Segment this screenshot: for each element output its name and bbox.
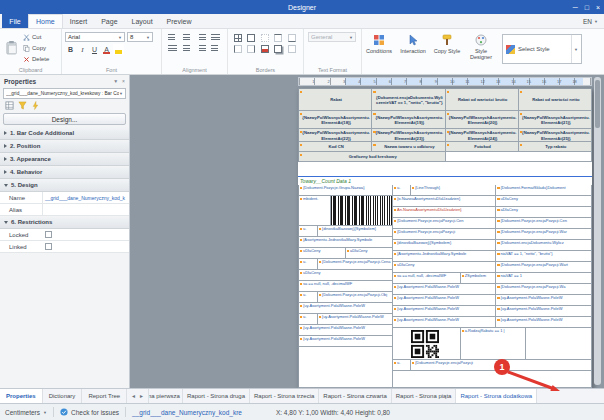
maximize-icon[interactable]: □ (585, 4, 589, 11)
report-cell[interactable]: u. (299, 314, 318, 325)
page-tab[interactable]: Raport - Strona piąta (392, 389, 457, 403)
property-value[interactable]: __grid___dane_Numeryczny_kod_k (42, 192, 129, 203)
close-icon[interactable]: × (596, 4, 600, 11)
report-cell[interactable]: {Dokument.Pozycje.encjaPozycji.Cen (393, 218, 496, 229)
report-cell[interactable]: Graficzny kod kreskowy (299, 152, 446, 162)
font-size-select[interactable]: 8▼ (127, 32, 153, 42)
report-cell[interactable]: Kod CN (299, 142, 372, 152)
report-cell[interactable]: {uy.Asortyment.PolaWlasne.PoleW (496, 317, 592, 328)
page-tab[interactable]: Raport - Strona czwarta (319, 389, 391, 403)
interaction-button[interactable]: Interaction (396, 32, 430, 54)
page-tab[interactable]: Raport - Strona druga (183, 389, 250, 403)
border-style-icon[interactable] (288, 45, 296, 53)
qrcode-component[interactable] (393, 328, 461, 360)
align-justify-icon[interactable] (211, 34, 220, 42)
report-cell[interactable]: {uy.Asortyment.PolaWlasne.PoleW (393, 306, 496, 317)
report-cell[interactable]: {Dokument.Pozycje.encjaPozycji (393, 229, 496, 240)
report-cell[interactable]: {uy.Asortyment.PolaWlasne.PoleW (299, 336, 393, 347)
close-icon[interactable]: × (122, 78, 125, 84)
report-cell[interactable]: {Dokument.encjaDokumentu.WyliczenieVAT =… (372, 89, 445, 111)
report-cell[interactable]: uDlaCeny (496, 196, 592, 207)
band-title[interactable]: Towary__Count Data 1 (300, 178, 351, 184)
border-bottom-icon[interactable] (288, 34, 296, 42)
report-cell[interactable]: {dinostkaBazowej}{Symbolem} (318, 226, 393, 237)
dock-tab-properties[interactable]: Properties (0, 389, 43, 403)
report-cell[interactable]: {o.NazwaAsortymentuDlaUzadzien} (393, 196, 496, 207)
report-cell[interactable]: {NazwyPolWlasnychAsortymentu.ElementAt(2… (446, 111, 519, 129)
report-cell[interactable]: Rabat (299, 89, 372, 111)
report-cell[interactable]: {NazwyPolWlasnychAsortymentu.ElementAt(1… (372, 111, 445, 129)
text-angle-icon[interactable] (211, 45, 220, 53)
report-cell[interactable]: {NazwyPolWlasnychAsortymentu.ElementAt(2… (519, 111, 592, 129)
page-tab[interactable]: Raport - Strona trzecia (250, 389, 319, 403)
report-cell[interactable]: {uy.Asortyment.PolaWlasne.PoleW (393, 317, 496, 328)
report-cell[interactable]: {uy.Asortyment.PolaWlasne.PoleW (299, 303, 393, 314)
report-cell[interactable] (393, 371, 592, 388)
property-section-header[interactable]: 2. Position (0, 140, 129, 153)
report-cell[interactable]: {dinostkaBazowej}{Symbolem} (393, 240, 496, 251)
report-cell[interactable]: {LineThrough} (411, 185, 497, 196)
report-cell[interactable]: u. (299, 292, 318, 303)
copy-style-button[interactable]: Copy Style (430, 32, 464, 54)
page-tab[interactable]: Raport - Strona pierwsza (149, 389, 183, 403)
vertical-scrollbar[interactable] (594, 77, 601, 385)
report-cell[interactable]: {NazwyPolWlasnychAsortymentu.ElementAt(2… (519, 129, 592, 142)
report-cell[interactable]: u. (299, 259, 318, 270)
delete-button[interactable]: Delete (22, 54, 50, 64)
report-cell[interactable]: {Asortymentu.JednostkaMiary.Symbole (299, 237, 393, 248)
align-left-icon[interactable] (168, 34, 177, 42)
scroll-tabs-left-icon[interactable]: ◄ (131, 393, 136, 399)
report-cell[interactable]: uDlaCeny (299, 248, 346, 259)
file-menu-button[interactable]: File (2, 14, 28, 28)
report-cell[interactable]: {uy.Asortyment.PolaWlasne.PoleW (496, 306, 592, 317)
page-tab[interactable]: Raport - Strona dodatkowa (456, 389, 537, 403)
barcode-component[interactable] (331, 196, 393, 226)
border-all-icon[interactable] (234, 34, 242, 42)
font-family-select[interactable]: Arial▼ (65, 32, 125, 42)
report-cell[interactable]: u. (299, 226, 318, 237)
border-right-icon[interactable] (247, 45, 255, 53)
paste-button[interactable] (3, 32, 19, 62)
report-cell[interactable]: niaVAT == 1, "netto", "brutto"} (496, 251, 592, 262)
property-section-header[interactable]: 6. Restrictions (0, 216, 129, 229)
ribbon-tab-page[interactable]: Page (94, 14, 124, 28)
report-cell[interactable]: {NazwyPolWlasnychAsortymentu.ElementAt(2… (372, 129, 445, 142)
ribbon-tab-layout[interactable]: Layout (125, 14, 160, 28)
report-cell[interactable]: u. (393, 360, 411, 371)
border-none-icon[interactable] (261, 34, 269, 42)
report-cell[interactable]: uDlaCeny (393, 262, 496, 273)
conditions-button[interactable]: Conditions (362, 32, 396, 54)
align-top-icon[interactable] (168, 45, 177, 53)
events-icon[interactable] (30, 101, 40, 110)
property-section-header[interactable]: 4. Behavior (0, 166, 129, 179)
filter-icon[interactable] (17, 101, 27, 110)
report-cell[interactable]: {Dokument.Pozycje.encjaPozycji (411, 360, 592, 371)
align-right-icon[interactable] (197, 34, 206, 42)
report-cell[interactable]: {NazwyPolWlasnychAsortymentu.ElementAt(1… (299, 111, 372, 129)
report-cell[interactable] (526, 328, 592, 360)
scrollbar-thumb[interactable] (595, 80, 600, 128)
report-cell[interactable] (299, 347, 393, 388)
report-cell[interactable]: Fotokod (446, 142, 519, 152)
report-cell[interactable]: {uy.Asortyment.PolaWlasne.PoleW (299, 325, 393, 336)
report-cell[interactable]: {NazwyPolWlasnychAsortymentu.ElementAt(2… (446, 129, 519, 142)
italic-button[interactable]: I (77, 44, 88, 55)
report-cell[interactable]: Rabat od wartości netto (519, 89, 592, 111)
property-section-header[interactable]: 5. Design (0, 179, 129, 192)
ribbon-tab-preview[interactable]: Preview (160, 14, 199, 28)
copy-button[interactable]: Copy (22, 43, 50, 53)
underline-button[interactable]: U (89, 44, 100, 55)
report-cell[interactable]: a.RodzajRabatu == 1 | (461, 328, 527, 360)
report-page[interactable]: Rabat{Dokument.encjaDokumentu.Wyliczenie… (298, 88, 592, 388)
report-cell[interactable]: ZSymbolem (461, 273, 497, 284)
report-cell[interactable]: {uy.Asortyment.PolaWlasne.PoleW (496, 295, 592, 306)
border-color-icon[interactable] (261, 45, 269, 53)
report-cell[interactable]: An.NazwaAsortymentuDlaUzadzien} (393, 207, 496, 218)
property-section-header[interactable]: 3. Appearance (0, 153, 129, 166)
report-cell[interactable]: {Dokument.Pozycje.Grupa.Nazwa} (299, 185, 393, 196)
dock-tab-report-tree[interactable]: Report Tree (82, 389, 127, 403)
report-cell[interactable]: {Asortymentu.JednostkaMiary.Symbole (393, 251, 496, 262)
report-cell[interactable]: sa == null, null, .decimalWF (299, 281, 393, 292)
check-issues-button[interactable]: Check for issues (60, 408, 119, 416)
report-cell[interactable]: {Dokument.Pozycje.encjaPozycji.Obj (318, 292, 393, 303)
